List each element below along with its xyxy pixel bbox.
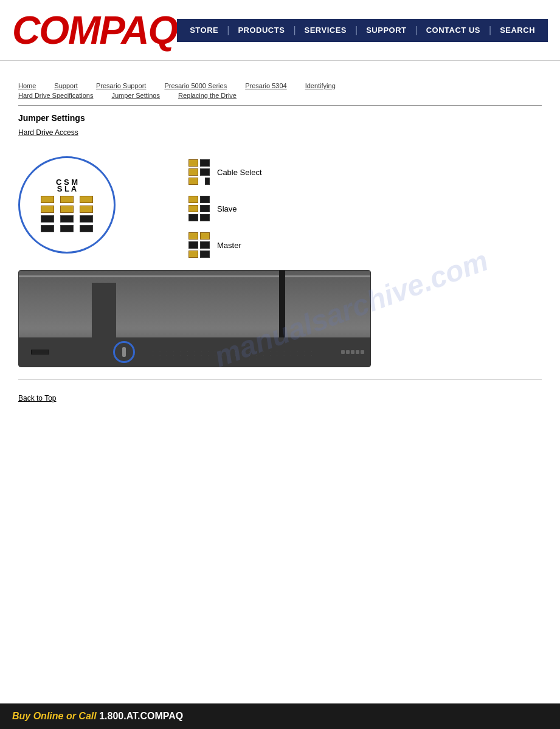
jumper-column-labels2: S L A — [57, 184, 77, 193]
footer-italic: Buy Online or Call — [12, 711, 99, 721]
nav-search[interactable]: SEARCH — [491, 26, 544, 35]
nav-services[interactable]: SERVICES — [296, 26, 356, 35]
logo-area: COMPAQ — [12, 8, 177, 53]
nav-contact[interactable]: CONTACT US — [418, 26, 489, 35]
legend-master: Master — [188, 232, 262, 258]
nav-items: STORE | PRODUCTS | SERVICES | SUPPORT | … — [181, 25, 544, 36]
hard-drive-access-link[interactable]: Hard Drive Access — [18, 128, 78, 137]
button-3 — [351, 350, 354, 354]
master-pins — [188, 232, 210, 258]
breadcrumb-home[interactable]: Home — [18, 82, 36, 89]
breadcrumb-identifying[interactable]: Identifying — [305, 82, 336, 89]
right-buttons — [341, 350, 364, 354]
breadcrumb-jumper[interactable]: Jumper Settings — [112, 92, 160, 99]
legend-slave: Slave — [188, 196, 262, 221]
drive-slot-1 — [31, 350, 49, 354]
jumper-circle-diagram: C S M S L A — [18, 156, 116, 254]
breadcrumb-line1: Home Support Presario Support Presario 5… — [18, 82, 542, 89]
divider-bottom — [18, 379, 542, 380]
back-to-top-link[interactable]: Back to Top — [18, 394, 56, 403]
jumper-location-circle — [113, 341, 135, 363]
nav-support[interactable]: SUPPORT — [358, 26, 415, 35]
jumper-indicator — [122, 347, 126, 357]
cable-select-pins — [188, 159, 210, 185]
jumper-legend: Cable Select — [188, 159, 262, 258]
header: COMPAQ STORE | PRODUCTS | SERVICES | SUP… — [0, 0, 560, 61]
left-slots — [31, 350, 49, 354]
pin-col-ma — [80, 196, 93, 232]
footer-text: Buy Online or Call 1.800.AT.COMPAQ — [12, 711, 183, 722]
nav-store[interactable]: STORE — [181, 26, 227, 35]
vent-area: // Generate vent dots inline · · · · · ·… — [153, 352, 316, 358]
breadcrumb-5304[interactable]: Presario 5304 — [245, 82, 287, 89]
section-title: Jumper Settings — [18, 113, 542, 123]
master-label: Master — [217, 241, 241, 250]
breadcrumb-5000[interactable]: Presario 5000 Series — [164, 82, 227, 89]
legend-cable-select: Cable Select — [188, 159, 262, 185]
jumper-pins — [41, 196, 93, 232]
computer-image: // Generate vent dots inline · · · · · ·… — [18, 270, 371, 367]
breadcrumb-hdd-spec[interactable]: Hard Drive Specifications — [18, 92, 94, 99]
slave-pins — [188, 196, 210, 221]
compaq-logo[interactable]: COMPAQ — [12, 8, 177, 53]
computer-front-panel: // Generate vent dots inline · · · · · ·… — [19, 337, 370, 367]
label-mla: S L A — [57, 184, 77, 193]
breadcrumb-replace[interactable]: Replacing the Drive — [178, 92, 237, 99]
content-area: Home Support Presario Support Presario 5… — [0, 61, 560, 415]
diagram-area: C S M S L A — [18, 156, 542, 258]
slave-label: Slave — [217, 204, 237, 213]
breadcrumb: Home Support Presario Support Presario 5… — [18, 82, 542, 99]
button-2 — [346, 350, 350, 354]
cable-select-label: Cable Select — [217, 168, 262, 177]
vent-dots-container: · · · · · · · · · · · · · · · · · · · · … — [153, 350, 316, 361]
button-1 — [341, 350, 345, 354]
nav-products[interactable]: PRODUCTS — [229, 26, 293, 35]
computer-top-stripe — [19, 275, 370, 277]
button-5 — [361, 350, 364, 354]
footer-bar: Buy Online or Call 1.800.AT.COMPAQ — [0, 703, 560, 729]
divider-top — [18, 105, 542, 106]
main-nav: STORE | PRODUCTS | SERVICES | SUPPORT | … — [177, 19, 548, 42]
breadcrumb-presario-support[interactable]: Presario Support — [96, 82, 147, 89]
pin-col-cs — [41, 196, 54, 232]
breadcrumb-line2: Hard Drive Specifications Jumper Setting… — [18, 92, 542, 99]
breadcrumb-support[interactable]: Support — [54, 82, 78, 89]
pin-cs-top — [41, 196, 54, 203]
pin-col-sl — [60, 196, 74, 232]
button-4 — [356, 350, 359, 354]
footer-phone: 1.800.AT.COMPAQ — [99, 711, 183, 721]
